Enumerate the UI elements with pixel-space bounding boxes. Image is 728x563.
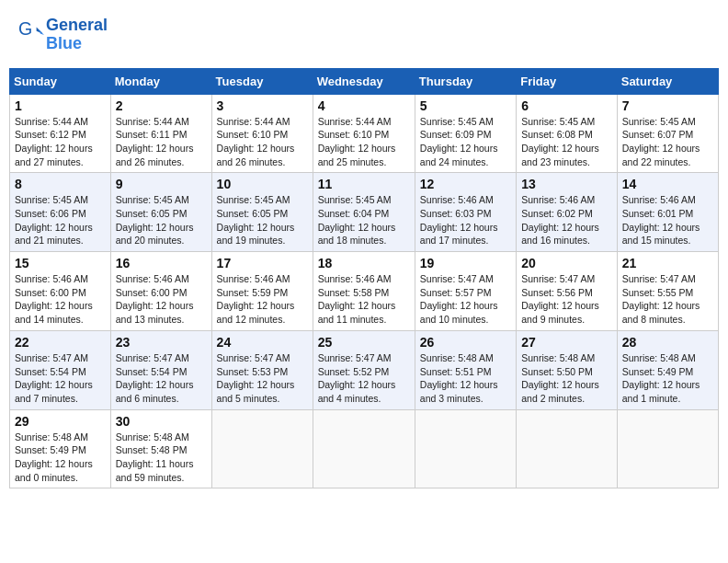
calendar-week-4: 22 Sunrise: 5:47 AM Sunset: 5:54 PM Dayl…: [10, 330, 719, 409]
calendar-table: SundayMondayTuesdayWednesdayThursdayFrid…: [9, 68, 719, 489]
calendar-cell: 16 Sunrise: 5:46 AM Sunset: 6:00 PM Dayl…: [110, 252, 211, 331]
day-number: 27: [521, 335, 612, 350]
day-number: 10: [217, 177, 308, 191]
day-info: Sunrise: 5:45 AM Sunset: 6:07 PM Dayligh…: [622, 115, 713, 169]
day-info: Sunrise: 5:48 AM Sunset: 5:48 PM Dayligh…: [116, 431, 207, 485]
calendar-cell: 11 Sunrise: 5:45 AM Sunset: 6:04 PM Dayl…: [313, 173, 415, 252]
calendar-cell: 14 Sunrise: 5:46 AM Sunset: 6:01 PM Dayl…: [617, 173, 718, 252]
day-number: 18: [318, 256, 410, 270]
day-number: 9: [116, 177, 207, 191]
column-header-sunday: Sunday: [10, 68, 111, 94]
calendar-cell: [617, 409, 718, 488]
calendar-cell: 19 Sunrise: 5:47 AM Sunset: 5:57 PM Dayl…: [415, 252, 516, 331]
day-info: Sunrise: 5:47 AM Sunset: 5:54 PM Dayligh…: [116, 351, 207, 406]
calendar-cell: 8 Sunrise: 5:45 AM Sunset: 6:06 PM Dayli…: [10, 173, 111, 252]
day-number: 26: [420, 335, 511, 350]
calendar-cell: 17 Sunrise: 5:46 AM Sunset: 5:59 PM Dayl…: [211, 252, 313, 331]
day-info: Sunrise: 5:46 AM Sunset: 6:01 PM Dayligh…: [622, 193, 713, 247]
day-info: Sunrise: 5:48 AM Sunset: 5:49 PM Dayligh…: [15, 431, 106, 485]
day-number: 23: [116, 335, 207, 350]
day-info: Sunrise: 5:44 AM Sunset: 6:10 PM Dayligh…: [217, 115, 308, 169]
calendar-cell: 21 Sunrise: 5:47 AM Sunset: 5:55 PM Dayl…: [617, 252, 718, 331]
day-number: 19: [420, 256, 511, 270]
day-number: 30: [116, 414, 207, 429]
day-info: Sunrise: 5:45 AM Sunset: 6:05 PM Dayligh…: [116, 193, 207, 247]
day-number: 28: [622, 335, 713, 350]
logo-text: General Blue: [46, 17, 108, 53]
day-info: Sunrise: 5:48 AM Sunset: 5:50 PM Dayligh…: [521, 351, 612, 406]
day-number: 20: [521, 256, 612, 270]
calendar-cell: 24 Sunrise: 5:47 AM Sunset: 5:53 PM Dayl…: [211, 330, 313, 409]
calendar-cell: 4 Sunrise: 5:44 AM Sunset: 6:10 PM Dayli…: [313, 94, 415, 173]
day-info: Sunrise: 5:46 AM Sunset: 6:02 PM Dayligh…: [521, 193, 612, 247]
day-info: Sunrise: 5:45 AM Sunset: 6:08 PM Dayligh…: [521, 115, 612, 169]
day-info: Sunrise: 5:47 AM Sunset: 5:54 PM Dayligh…: [15, 351, 106, 406]
day-number: 16: [116, 256, 207, 270]
calendar-cell: 9 Sunrise: 5:45 AM Sunset: 6:05 PM Dayli…: [110, 173, 211, 252]
column-header-friday: Friday: [517, 68, 618, 94]
day-info: Sunrise: 5:48 AM Sunset: 5:51 PM Dayligh…: [420, 351, 511, 406]
day-info: Sunrise: 5:45 AM Sunset: 6:05 PM Dayligh…: [217, 193, 308, 247]
day-info: Sunrise: 5:45 AM Sunset: 6:04 PM Dayligh…: [318, 193, 410, 247]
calendar-cell: 15 Sunrise: 5:46 AM Sunset: 6:00 PM Dayl…: [10, 252, 111, 331]
calendar-cell: 6 Sunrise: 5:45 AM Sunset: 6:08 PM Dayli…: [517, 94, 618, 173]
column-header-tuesday: Tuesday: [211, 68, 313, 94]
day-number: 29: [15, 414, 106, 429]
calendar-cell: 20 Sunrise: 5:47 AM Sunset: 5:56 PM Dayl…: [517, 252, 618, 331]
page-header: G General Blue: [9, 9, 719, 61]
calendar-cell: 27 Sunrise: 5:48 AM Sunset: 5:50 PM Dayl…: [517, 330, 618, 409]
day-number: 6: [521, 98, 612, 113]
column-header-monday: Monday: [110, 68, 211, 94]
day-info: Sunrise: 5:47 AM Sunset: 5:52 PM Dayligh…: [318, 351, 410, 406]
day-info: Sunrise: 5:46 AM Sunset: 6:00 PM Dayligh…: [116, 272, 207, 327]
day-number: 7: [622, 98, 713, 113]
day-number: 21: [622, 256, 713, 270]
day-number: 17: [217, 256, 308, 270]
calendar-cell: 23 Sunrise: 5:47 AM Sunset: 5:54 PM Dayl…: [110, 330, 211, 409]
day-info: Sunrise: 5:47 AM Sunset: 5:56 PM Dayligh…: [521, 272, 612, 327]
day-number: 15: [15, 256, 106, 270]
calendar-cell: 2 Sunrise: 5:44 AM Sunset: 6:11 PM Dayli…: [110, 94, 211, 173]
calendar-cell: [211, 409, 313, 488]
day-number: 8: [15, 177, 106, 191]
day-info: Sunrise: 5:47 AM Sunset: 5:55 PM Dayligh…: [622, 272, 713, 327]
day-number: 3: [217, 98, 308, 113]
day-number: 4: [318, 98, 410, 113]
day-info: Sunrise: 5:46 AM Sunset: 6:03 PM Dayligh…: [420, 193, 511, 247]
calendar-cell: 13 Sunrise: 5:46 AM Sunset: 6:02 PM Dayl…: [517, 173, 618, 252]
day-info: Sunrise: 5:45 AM Sunset: 6:09 PM Dayligh…: [420, 115, 511, 169]
calendar-cell: 29 Sunrise: 5:48 AM Sunset: 5:49 PM Dayl…: [10, 409, 111, 488]
day-info: Sunrise: 5:44 AM Sunset: 6:12 PM Dayligh…: [15, 115, 106, 169]
day-number: 11: [318, 177, 410, 191]
calendar-cell: [415, 409, 516, 488]
calendar-cell: 26 Sunrise: 5:48 AM Sunset: 5:51 PM Dayl…: [415, 330, 516, 409]
day-info: Sunrise: 5:44 AM Sunset: 6:11 PM Dayligh…: [116, 115, 207, 169]
calendar-cell: 5 Sunrise: 5:45 AM Sunset: 6:09 PM Dayli…: [415, 94, 516, 173]
logo: G General Blue: [18, 17, 108, 53]
svg-text:G: G: [18, 22, 32, 39]
day-number: 25: [318, 335, 410, 350]
calendar-week-2: 8 Sunrise: 5:45 AM Sunset: 6:06 PM Dayli…: [10, 173, 719, 252]
day-info: Sunrise: 5:46 AM Sunset: 5:58 PM Dayligh…: [318, 272, 410, 327]
calendar-cell: [517, 409, 618, 488]
calendar-week-1: 1 Sunrise: 5:44 AM Sunset: 6:12 PM Dayli…: [10, 94, 719, 173]
calendar-week-5: 29 Sunrise: 5:48 AM Sunset: 5:49 PM Dayl…: [10, 409, 719, 488]
day-info: Sunrise: 5:46 AM Sunset: 6:00 PM Dayligh…: [15, 272, 106, 327]
calendar-week-3: 15 Sunrise: 5:46 AM Sunset: 6:00 PM Dayl…: [10, 252, 719, 331]
day-info: Sunrise: 5:45 AM Sunset: 6:06 PM Dayligh…: [15, 193, 106, 247]
calendar-cell: 1 Sunrise: 5:44 AM Sunset: 6:12 PM Dayli…: [10, 94, 111, 173]
day-info: Sunrise: 5:48 AM Sunset: 5:49 PM Dayligh…: [622, 351, 713, 406]
calendar-cell: [313, 409, 415, 488]
calendar-cell: 3 Sunrise: 5:44 AM Sunset: 6:10 PM Dayli…: [211, 94, 313, 173]
day-info: Sunrise: 5:47 AM Sunset: 5:53 PM Dayligh…: [217, 351, 308, 406]
calendar-cell: 12 Sunrise: 5:46 AM Sunset: 6:03 PM Dayl…: [415, 173, 516, 252]
calendar-cell: 30 Sunrise: 5:48 AM Sunset: 5:48 PM Dayl…: [110, 409, 211, 488]
calendar-cell: 18 Sunrise: 5:46 AM Sunset: 5:58 PM Dayl…: [313, 252, 415, 331]
calendar-header-row: SundayMondayTuesdayWednesdayThursdayFrid…: [10, 68, 719, 94]
day-number: 12: [420, 177, 511, 191]
column-header-saturday: Saturday: [617, 68, 718, 94]
day-info: Sunrise: 5:47 AM Sunset: 5:57 PM Dayligh…: [420, 272, 511, 327]
day-info: Sunrise: 5:46 AM Sunset: 5:59 PM Dayligh…: [217, 272, 308, 327]
calendar-cell: 22 Sunrise: 5:47 AM Sunset: 5:54 PM Dayl…: [10, 330, 111, 409]
day-number: 24: [217, 335, 308, 350]
